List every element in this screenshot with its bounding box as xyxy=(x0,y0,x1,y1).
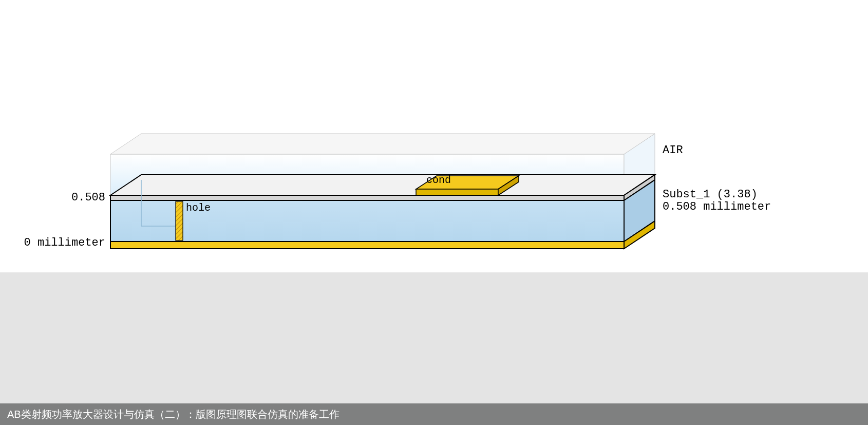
label-air: AIR xyxy=(663,144,683,157)
svg-marker-16 xyxy=(110,242,624,249)
svg-marker-5 xyxy=(110,175,655,195)
via-hole xyxy=(176,201,183,241)
svg-rect-15 xyxy=(176,201,183,241)
stackup-diagram: AIR Subst_1 (3.38) 0.508 millimeter 0.50… xyxy=(0,0,868,272)
interface-plate xyxy=(110,175,655,200)
diagram-canvas: AIR Subst_1 (3.38) 0.508 millimeter 0.50… xyxy=(0,0,868,272)
svg-marker-6 xyxy=(110,195,624,200)
svg-marker-4 xyxy=(110,134,655,154)
label-subst-name: Subst_1 (3.38) xyxy=(663,188,758,201)
label-subst-thick: 0.508 millimeter xyxy=(663,200,771,213)
label-cond: cond xyxy=(426,174,451,186)
svg-marker-9 xyxy=(416,189,498,195)
label-level-top: 0.508 xyxy=(71,191,105,204)
caption-bar: AB类射频功率放大器设计与仿真（二）：版图原理图联合仿真的准备工作 xyxy=(0,403,868,425)
label-hole: hole xyxy=(186,202,211,214)
label-level-bottom: 0 millimeter xyxy=(24,236,105,249)
caption-text: AB类射频功率放大器设计与仿真（二）：版图原理图联合仿真的准备工作 xyxy=(7,409,339,420)
